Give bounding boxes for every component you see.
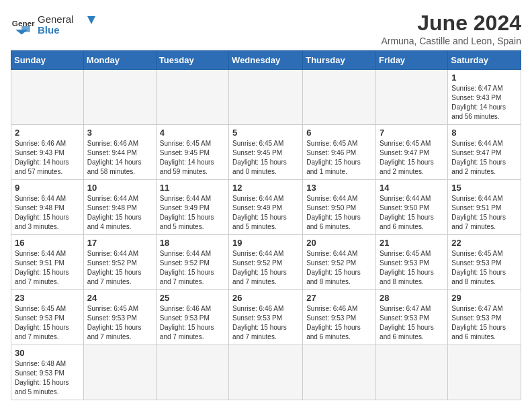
day-info: Sunrise: 6:44 AM Sunset: 9:52 PM Dayligh… [232, 249, 299, 287]
day-info: Sunrise: 6:45 AM Sunset: 9:53 PM Dayligh… [87, 304, 152, 342]
calendar-cell: 1Sunrise: 6:47 AM Sunset: 9:43 PM Daylig… [448, 70, 521, 125]
day-number: 4 [160, 128, 225, 138]
calendar-cell: 27Sunrise: 6:46 AM Sunset: 9:53 PM Dayli… [303, 290, 376, 345]
calendar-cell: 13Sunrise: 6:44 AM Sunset: 9:50 PM Dayli… [303, 180, 376, 235]
col-saturday: Saturday [448, 51, 521, 70]
calendar-cell: 10Sunrise: 6:44 AM Sunset: 9:48 PM Dayli… [83, 180, 156, 235]
week-row-3: 16Sunrise: 6:44 AM Sunset: 9:51 PM Dayli… [11, 235, 521, 290]
calendar-cell: 15Sunrise: 6:44 AM Sunset: 9:51 PM Dayli… [448, 180, 521, 235]
day-info: Sunrise: 6:44 AM Sunset: 9:48 PM Dayligh… [87, 194, 152, 232]
day-info: Sunrise: 6:45 AM Sunset: 9:47 PM Dayligh… [380, 139, 444, 177]
calendar-header-row: Sunday Monday Tuesday Wednesday Thursday… [11, 51, 521, 70]
calendar-cell: 16Sunrise: 6:44 AM Sunset: 9:51 PM Dayli… [11, 235, 84, 290]
day-number: 8 [451, 128, 517, 138]
day-number: 24 [87, 293, 152, 303]
day-number: 11 [160, 183, 225, 193]
day-info: Sunrise: 6:44 AM Sunset: 9:52 PM Dayligh… [160, 249, 225, 287]
day-info: Sunrise: 6:46 AM Sunset: 9:44 PM Dayligh… [87, 139, 152, 177]
day-info: Sunrise: 6:44 AM Sunset: 9:52 PM Dayligh… [306, 249, 372, 287]
title-area: June 2024 Armuna, Castille and Leon, Spa… [381, 11, 521, 46]
day-info: Sunrise: 6:45 AM Sunset: 9:45 PM Dayligh… [160, 139, 225, 177]
calendar-cell: 21Sunrise: 6:45 AM Sunset: 9:53 PM Dayli… [376, 235, 448, 290]
day-info: Sunrise: 6:45 AM Sunset: 9:53 PM Dayligh… [451, 249, 517, 287]
col-sunday: Sunday [11, 51, 84, 70]
calendar-cell [229, 345, 303, 400]
general-blue-logo: General Blue [38, 11, 98, 36]
day-number: 25 [160, 293, 225, 303]
day-number: 18 [160, 238, 225, 248]
day-number: 21 [380, 238, 444, 248]
calendar-cell: 5Sunrise: 6:45 AM Sunset: 9:45 PM Daylig… [229, 125, 303, 180]
day-number: 29 [451, 293, 517, 303]
calendar-cell: 25Sunrise: 6:46 AM Sunset: 9:53 PM Dayli… [156, 290, 228, 345]
svg-text:General: General [38, 13, 73, 25]
day-number: 23 [15, 293, 80, 303]
day-info: Sunrise: 6:47 AM Sunset: 9:43 PM Dayligh… [451, 84, 517, 122]
day-number: 16 [15, 238, 80, 248]
calendar-cell [376, 345, 448, 400]
calendar-cell [156, 70, 228, 125]
calendar-cell [303, 345, 376, 400]
calendar-cell: 17Sunrise: 6:44 AM Sunset: 9:52 PM Dayli… [83, 235, 156, 290]
day-info: Sunrise: 6:44 AM Sunset: 9:51 PM Dayligh… [15, 249, 80, 287]
day-number: 13 [306, 183, 372, 193]
calendar-subtitle: Armuna, Castille and Leon, Spain [381, 36, 521, 46]
col-tuesday: Tuesday [156, 51, 228, 70]
day-number: 2 [15, 128, 80, 138]
calendar-cell: 6Sunrise: 6:45 AM Sunset: 9:46 PM Daylig… [303, 125, 376, 180]
calendar-cell: 24Sunrise: 6:45 AM Sunset: 9:53 PM Dayli… [83, 290, 156, 345]
calendar-table: Sunday Monday Tuesday Wednesday Thursday… [11, 50, 521, 400]
day-info: Sunrise: 6:46 AM Sunset: 9:53 PM Dayligh… [306, 304, 372, 342]
week-row-2: 9Sunrise: 6:44 AM Sunset: 9:48 PM Daylig… [11, 180, 521, 235]
day-info: Sunrise: 6:46 AM Sunset: 9:53 PM Dayligh… [160, 304, 225, 342]
calendar-cell [83, 70, 156, 125]
day-info: Sunrise: 6:47 AM Sunset: 9:53 PM Dayligh… [451, 304, 517, 342]
day-number: 28 [380, 293, 444, 303]
day-number: 9 [15, 183, 80, 193]
day-info: Sunrise: 6:44 AM Sunset: 9:48 PM Dayligh… [15, 194, 80, 232]
day-number: 12 [232, 183, 299, 193]
calendar-cell: 22Sunrise: 6:45 AM Sunset: 9:53 PM Dayli… [448, 235, 521, 290]
day-number: 15 [451, 183, 517, 193]
calendar-cell: 9Sunrise: 6:44 AM Sunset: 9:48 PM Daylig… [11, 180, 84, 235]
week-row-0: 1Sunrise: 6:47 AM Sunset: 9:43 PM Daylig… [11, 70, 521, 125]
week-row-5: 30Sunrise: 6:48 AM Sunset: 9:53 PM Dayli… [11, 345, 521, 400]
calendar-cell: 20Sunrise: 6:44 AM Sunset: 9:52 PM Dayli… [303, 235, 376, 290]
calendar-cell: 12Sunrise: 6:44 AM Sunset: 9:49 PM Dayli… [229, 180, 303, 235]
day-number: 26 [232, 293, 299, 303]
day-number: 1 [451, 73, 517, 83]
calendar-cell [376, 70, 448, 125]
calendar-cell [229, 70, 303, 125]
day-number: 3 [87, 128, 152, 138]
calendar-cell [83, 345, 156, 400]
header: General General Blue June 2024 Armuna, C… [11, 11, 521, 46]
day-info: Sunrise: 6:45 AM Sunset: 9:53 PM Dayligh… [380, 249, 444, 287]
col-friday: Friday [376, 51, 448, 70]
day-number: 5 [232, 128, 299, 138]
calendar-cell: 2Sunrise: 6:46 AM Sunset: 9:43 PM Daylig… [11, 125, 84, 180]
day-info: Sunrise: 6:44 AM Sunset: 9:52 PM Dayligh… [87, 249, 152, 287]
calendar-cell: 8Sunrise: 6:44 AM Sunset: 9:47 PM Daylig… [448, 125, 521, 180]
calendar-cell: 19Sunrise: 6:44 AM Sunset: 9:52 PM Dayli… [229, 235, 303, 290]
calendar-cell: 3Sunrise: 6:46 AM Sunset: 9:44 PM Daylig… [83, 125, 156, 180]
day-number: 6 [306, 128, 372, 138]
calendar-cell [303, 70, 376, 125]
day-number: 10 [87, 183, 152, 193]
day-number: 22 [451, 238, 517, 248]
calendar-cell: 30Sunrise: 6:48 AM Sunset: 9:53 PM Dayli… [11, 345, 84, 400]
day-info: Sunrise: 6:44 AM Sunset: 9:50 PM Dayligh… [306, 194, 372, 232]
calendar-cell: 14Sunrise: 6:44 AM Sunset: 9:50 PM Dayli… [376, 180, 448, 235]
calendar-cell: 7Sunrise: 6:45 AM Sunset: 9:47 PM Daylig… [376, 125, 448, 180]
day-number: 27 [306, 293, 372, 303]
day-number: 14 [380, 183, 444, 193]
day-number: 30 [15, 348, 80, 358]
calendar-cell: 26Sunrise: 6:46 AM Sunset: 9:53 PM Dayli… [229, 290, 303, 345]
day-info: Sunrise: 6:44 AM Sunset: 9:50 PM Dayligh… [380, 194, 444, 232]
day-number: 19 [232, 238, 299, 248]
calendar-cell: 11Sunrise: 6:44 AM Sunset: 9:49 PM Dayli… [156, 180, 228, 235]
svg-text:Blue: Blue [38, 24, 60, 36]
calendar-cell: 4Sunrise: 6:45 AM Sunset: 9:45 PM Daylig… [156, 125, 228, 180]
day-number: 7 [380, 128, 444, 138]
day-info: Sunrise: 6:44 AM Sunset: 9:51 PM Dayligh… [451, 194, 517, 232]
day-info: Sunrise: 6:47 AM Sunset: 9:53 PM Dayligh… [380, 304, 444, 342]
